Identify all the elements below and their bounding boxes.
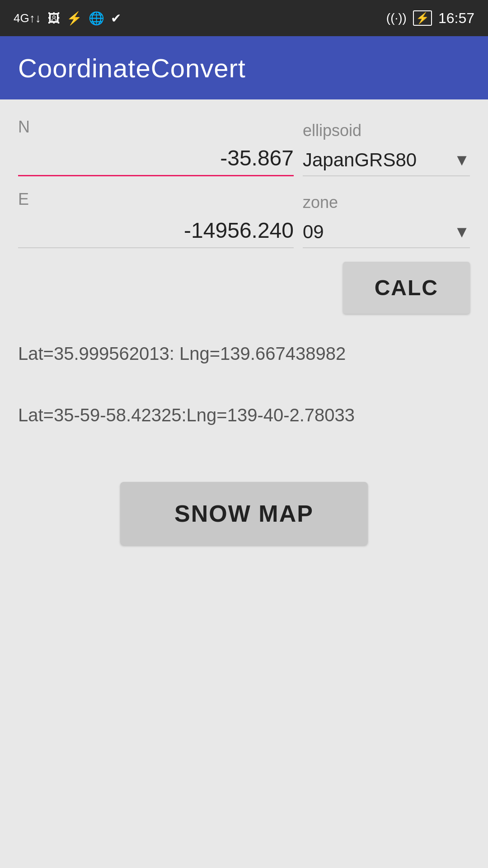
calc-button[interactable]: CALC <box>343 262 470 314</box>
ellipsoid-group: ellipsoid JapanGRS80 ▼ <box>303 121 470 176</box>
easting-input[interactable] <box>18 213 294 248</box>
ellipsoid-arrow-icon: ▼ <box>454 151 470 170</box>
app-bar: CoordinateConvert <box>0 36 488 99</box>
photo-icon: 🖼 <box>47 11 60 26</box>
app-title: CoordinateConvert <box>18 53 246 83</box>
snow-map-row: SNOW MAP <box>18 482 470 545</box>
northing-field-group: N <box>18 118 294 176</box>
zone-group: zone 09 ▼ <box>303 193 470 248</box>
ellipsoid-label: ellipsoid <box>303 121 470 140</box>
results-area: Lat=35.999562013: Lng=139.667438982 Lat=… <box>0 341 488 545</box>
zone-value: 09 <box>303 221 454 243</box>
ellipsoid-value: JapanGRS80 <box>303 149 454 171</box>
signal-icon: 4G↑↓ <box>14 11 41 25</box>
zone-arrow-icon: ▼ <box>454 222 470 241</box>
battery-icon: ⚡ <box>413 10 432 26</box>
content: N ellipsoid JapanGRS80 ▼ E zone 09 ▼ CAL… <box>0 99 488 314</box>
status-right: ((·)) ⚡ 16:57 <box>386 10 474 27</box>
status-bar: 4G↑↓ 🖼 ⚡ 🌐 ✔ ((·)) ⚡ 16:57 <box>0 0 488 36</box>
ellipsoid-dropdown[interactable]: JapanGRS80 ▼ <box>303 145 470 176</box>
easting-field-group: E <box>18 190 294 248</box>
status-left: 4G↑↓ 🖼 ⚡ 🌐 ✔ <box>14 11 121 26</box>
zone-dropdown[interactable]: 09 ▼ <box>303 217 470 248</box>
easting-row: E zone 09 ▼ <box>18 190 470 248</box>
northing-label: N <box>18 118 294 137</box>
check-icon: ✔ <box>111 11 121 26</box>
result-decimal: Lat=35.999562013: Lng=139.667438982 <box>18 341 470 366</box>
wifi-icon: ((·)) <box>386 11 407 25</box>
result-dms: Lat=35-59-58.42325:Lng=139-40-2.78033 <box>18 402 470 428</box>
zone-label: zone <box>303 193 470 212</box>
status-time: 16:57 <box>438 10 474 27</box>
calc-row: CALC <box>18 262 470 314</box>
snow-map-button[interactable]: SNOW MAP <box>120 482 368 545</box>
easting-label: E <box>18 190 294 209</box>
location-icon: 🌐 <box>89 11 104 26</box>
northing-row: N ellipsoid JapanGRS80 ▼ <box>18 118 470 176</box>
northing-input[interactable] <box>18 141 294 176</box>
usb-icon: ⚡ <box>66 11 82 26</box>
